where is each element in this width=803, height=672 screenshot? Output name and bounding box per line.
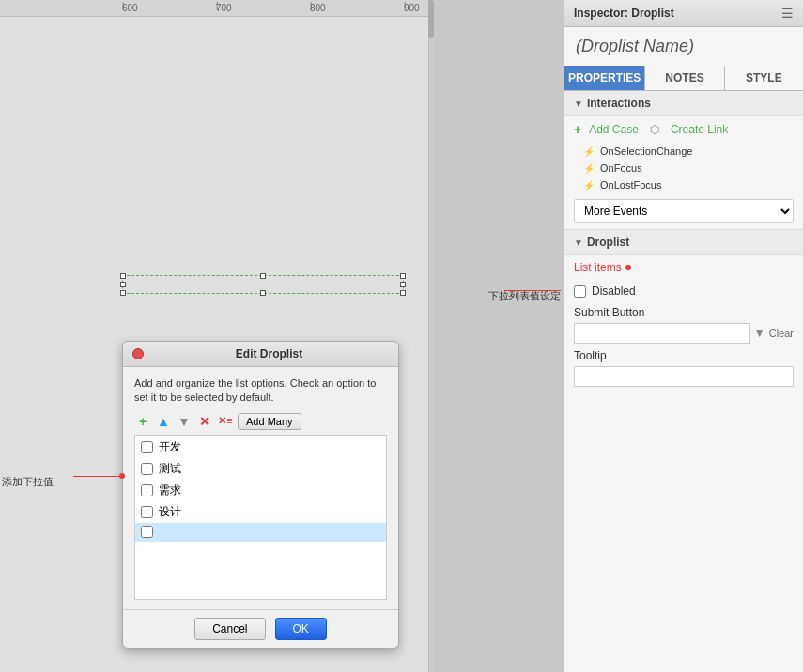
- item-checkbox-active[interactable]: [141, 526, 153, 538]
- dialog-titlebar: Edit Droplist: [123, 342, 398, 367]
- event-icon-1: ⚡: [583, 163, 595, 174]
- canvas-background: Edit Droplist Add and organize the list …: [0, 17, 434, 672]
- tab-style[interactable]: STYLE: [725, 66, 803, 90]
- list-items-row: List items: [564, 255, 803, 280]
- ruler-mark-800: 800: [310, 3, 404, 13]
- item-checkbox-3[interactable]: [141, 506, 153, 518]
- list-item[interactable]: 开发: [135, 436, 386, 458]
- event-icon-2: ⚡: [583, 180, 595, 191]
- droplist-toggle[interactable]: ▼: [574, 237, 583, 248]
- delete-item-button[interactable]: ✕: [196, 413, 213, 430]
- inspector-title: Inspector: Droplist: [574, 7, 674, 20]
- interactions-section-header: ▼ Interactions: [564, 91, 803, 116]
- tab-notes[interactable]: NOTES: [645, 66, 724, 90]
- annotation-line-add: [73, 476, 120, 477]
- item-input-active[interactable]: [159, 526, 380, 539]
- list-value-setting-annotation: 下拉列表值设定: [488, 289, 561, 303]
- list-item[interactable]: 需求: [135, 480, 386, 501]
- item-checkbox-0[interactable]: [141, 441, 153, 453]
- handle-tm[interactable]: [260, 273, 266, 279]
- item-list: 开发 测试 需求 设计: [134, 435, 387, 600]
- handle-tr[interactable]: [400, 273, 406, 279]
- item-label-3: 设计: [159, 504, 181, 520]
- add-case-plus-icon: +: [574, 122, 581, 137]
- inspector-panel: Inspector: Droplist ☰ (Droplist Name) PR…: [564, 0, 803, 672]
- separator: ⬡: [650, 123, 659, 136]
- inspector-body: ▼ Interactions + Add Case ⬡ Create Link …: [564, 91, 803, 672]
- dialog-toolbar: + ▲ ▼ ✕ ✕≡ Add Many: [134, 413, 387, 430]
- item-label-1: 测试: [159, 461, 181, 477]
- event-label-0: OnSelectionChange: [600, 145, 692, 157]
- submit-dropdown-icon[interactable]: ▼: [754, 327, 765, 340]
- event-on-focus[interactable]: ⚡ OnFocus: [564, 160, 803, 176]
- list-item[interactable]: 测试: [135, 458, 386, 480]
- item-label-0: 开发: [159, 439, 181, 455]
- move-up-button[interactable]: ▲: [155, 413, 172, 430]
- item-checkbox-2[interactable]: [141, 484, 153, 496]
- disabled-checkbox[interactable]: [574, 285, 586, 298]
- cancel-button[interactable]: Cancel: [194, 618, 265, 640]
- dialog-footer: Cancel OK: [123, 609, 398, 648]
- droplist-border: [122, 275, 404, 294]
- ruler-mark-600: 600: [122, 3, 216, 13]
- move-down-button[interactable]: ▼: [176, 413, 193, 430]
- list-items-link[interactable]: List items: [574, 261, 622, 274]
- dialog-title: Edit Droplist: [149, 347, 389, 360]
- ruler-mark-700: 700: [216, 3, 310, 13]
- list-items-dot: [625, 265, 631, 270]
- dialog-body: Add and organize the list options. Check…: [123, 367, 398, 609]
- event-label-1: OnFocus: [600, 162, 642, 174]
- add-case-link[interactable]: Add Case: [589, 123, 639, 136]
- tooltip-input[interactable]: [574, 366, 794, 387]
- add-item-button[interactable]: +: [134, 413, 151, 430]
- disabled-label: Disabled: [592, 284, 636, 298]
- event-icon-0: ⚡: [583, 146, 595, 157]
- add-value-annotation: 添加下拉值: [2, 475, 54, 489]
- submit-button-label: Submit Button: [564, 302, 803, 321]
- droplist-label: Droplist: [587, 236, 629, 249]
- clear-link[interactable]: Clear: [769, 328, 794, 339]
- submit-button-input[interactable]: [574, 323, 750, 344]
- item-label-2: 需求: [159, 482, 181, 498]
- edit-droplist-dialog: Edit Droplist Add and organize the list …: [122, 341, 399, 649]
- handle-mr[interactable]: [400, 282, 406, 287]
- annotation-line-right: [504, 290, 561, 291]
- ruler-marks: 600 700 800 900: [0, 3, 434, 13]
- create-link-link[interactable]: Create Link: [671, 123, 728, 136]
- ruler-horizontal: 600 700 800 900: [0, 0, 434, 17]
- inspector-tabs: PROPERTIES NOTES STYLE: [564, 66, 803, 91]
- component-name: (Droplist Name): [564, 27, 803, 66]
- canvas-area: 600 700 800 900 Edit Droplist: [0, 0, 434, 672]
- ok-button[interactable]: OK: [275, 618, 327, 640]
- scroll-bar[interactable]: [428, 0, 434, 672]
- add-many-button[interactable]: Add Many: [238, 413, 301, 430]
- event-label-2: OnLostFocus: [600, 179, 661, 191]
- item-checkbox-1[interactable]: [141, 463, 153, 475]
- delete-all-button[interactable]: ✕≡: [217, 413, 234, 430]
- handle-ml[interactable]: [120, 282, 126, 287]
- interactions-toggle[interactable]: ▼: [574, 99, 583, 109]
- handle-br[interactable]: [400, 290, 406, 296]
- dialog-description: Add and organize the list options. Check…: [134, 376, 387, 405]
- handle-bl[interactable]: [120, 290, 126, 296]
- dialog-close-button[interactable]: [132, 348, 144, 359]
- tab-properties[interactable]: PROPERTIES: [564, 66, 645, 90]
- submit-button-input-row: ▼ Clear: [564, 321, 803, 345]
- interactions-label: Interactions: [587, 97, 651, 110]
- handle-bm[interactable]: [260, 290, 266, 296]
- inspector-menu-icon[interactable]: ☰: [781, 6, 794, 21]
- list-item[interactable]: 设计: [135, 501, 386, 523]
- annotation-dot-add: [119, 473, 125, 479]
- interactions-actions: + Add Case ⬡ Create Link: [564, 116, 803, 143]
- scroll-thumb[interactable]: [428, 0, 434, 38]
- tooltip-label: Tooltip: [564, 345, 803, 364]
- more-events-select[interactable]: More Events OnClick OnDblClick OnMouseEn…: [574, 199, 794, 223]
- droplist-section-header: ▼ Droplist: [564, 229, 803, 255]
- disabled-row: Disabled: [564, 280, 803, 302]
- handle-tl[interactable]: [120, 273, 126, 279]
- tooltip-input-row: [564, 364, 803, 389]
- list-item-active[interactable]: [135, 523, 386, 542]
- event-on-lost-focus[interactable]: ⚡ OnLostFocus: [564, 176, 803, 193]
- droplist-widget[interactable]: [122, 275, 404, 294]
- event-on-selection-change[interactable]: ⚡ OnSelectionChange: [564, 143, 803, 160]
